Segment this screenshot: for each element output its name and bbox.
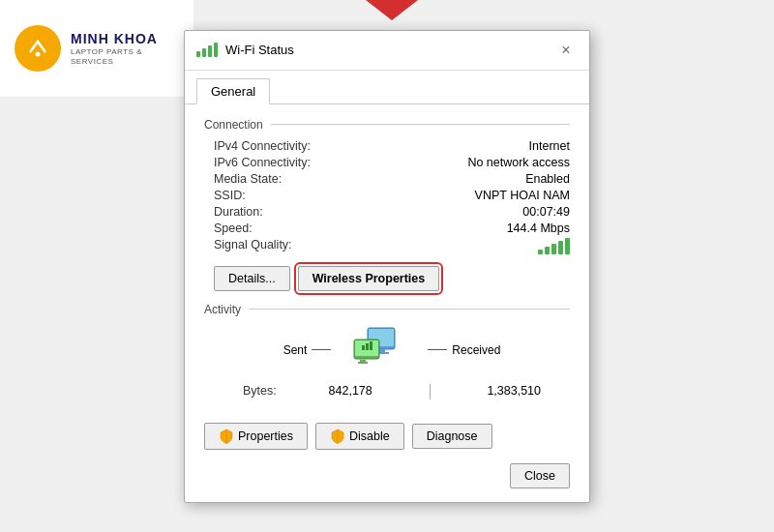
bytes-divider — [430, 384, 431, 399]
bytes-row: Bytes: 842,178 1,383,510 — [214, 384, 570, 399]
window-close-button[interactable]: × — [554, 39, 578, 62]
action-buttons: Properties Disable Diagnose — [185, 413, 589, 463]
signal-label: Signal Quality: — [214, 238, 292, 254]
signal-bar-1 — [538, 250, 543, 254]
svg-rect-13 — [360, 360, 366, 362]
svg-point-1 — [36, 52, 41, 57]
network-computers-icon — [350, 326, 408, 374]
diagnose-button[interactable]: Diagnose — [412, 424, 492, 449]
media-state-value: Enabled — [525, 172, 570, 186]
close-row: Close — [185, 463, 589, 502]
title-bar: Wi-Fi Status × — [185, 31, 589, 71]
ssid-value: VNPT HOAI NAM — [475, 189, 570, 202]
svg-marker-2 — [358, 0, 426, 20]
connection-info-table: IPv4 Connectivity: Internet IPv6 Connect… — [204, 139, 570, 254]
ssid-label: SSID: — [214, 189, 246, 202]
bytes-label: Bytes: — [243, 384, 277, 399]
signal-row: Signal Quality: — [214, 238, 570, 254]
bytes-received: 1,383,510 — [487, 384, 541, 399]
connection-buttons: Details... Wireless Properties — [204, 266, 570, 291]
company-logo: MINH KHOA LAPTOP PARTS & SERVICES — [0, 0, 194, 97]
close-button[interactable]: Close — [510, 463, 570, 488]
activity-section-label: Activity — [204, 303, 570, 316]
speed-value: 144.4 Mbps — [507, 222, 570, 235]
arrow-indicator — [358, 0, 426, 23]
speed-row: Speed: 144.4 Mbps — [214, 222, 570, 235]
bytes-sent: 842,178 — [329, 384, 372, 399]
dialog-title: Wi-Fi Status — [225, 43, 554, 57]
sent-dash — [312, 349, 331, 350]
disable-shield-icon — [330, 429, 345, 444]
details-button[interactable]: Details... — [214, 266, 290, 291]
signal-value — [538, 238, 570, 254]
activity-area: Sent — [204, 326, 570, 399]
media-state-row: Media State: Enabled — [214, 172, 570, 186]
properties-button[interactable]: Properties — [204, 423, 308, 450]
logo-icon — [15, 25, 61, 72]
activity-network-row: Sent — [214, 326, 570, 374]
disable-button[interactable]: Disable — [315, 423, 404, 450]
duration-row: Duration: 00:07:49 — [214, 205, 570, 219]
dialog-wrapper: Wi-Fi Status × General Connection IPv4 C… — [184, 30, 590, 503]
media-state-label: Media State: — [214, 172, 282, 186]
tab-general[interactable]: General — [196, 78, 270, 104]
tab-bar: General — [185, 71, 589, 104]
svg-rect-12 — [370, 341, 372, 350]
signal-bar-2 — [545, 247, 550, 254]
received-label: Received — [428, 343, 500, 357]
ipv4-value: Internet — [529, 139, 570, 153]
signal-bar-3 — [551, 244, 556, 254]
svg-rect-10 — [362, 345, 365, 350]
svg-rect-11 — [366, 343, 369, 350]
connection-section-label: Connection — [204, 118, 570, 132]
speed-label: Speed: — [214, 222, 253, 235]
sent-label: Sent — [283, 343, 332, 357]
svg-marker-3 — [358, 0, 426, 13]
ipv4-row: IPv4 Connectivity: Internet — [214, 139, 570, 153]
duration-label: Duration: — [214, 205, 263, 219]
signal-bar-5 — [565, 238, 570, 254]
logo-text: MINH KHOA LAPTOP PARTS & SERVICES — [71, 30, 179, 68]
ipv6-value: No network access — [467, 156, 570, 169]
ipv6-row: IPv6 Connectivity: No network access — [214, 156, 570, 169]
signal-bar-4 — [558, 241, 563, 254]
signal-bars — [538, 238, 570, 254]
wifi-status-icon — [196, 43, 218, 57]
svg-rect-14 — [358, 362, 368, 364]
wifi-status-dialog: Wi-Fi Status × General Connection IPv4 C… — [184, 30, 590, 503]
ssid-row: SSID: VNPT HOAI NAM — [214, 189, 570, 202]
wireless-properties-button[interactable]: Wireless Properties — [298, 266, 440, 291]
svg-point-0 — [24, 35, 51, 62]
properties-shield-icon — [219, 429, 234, 444]
ipv6-label: IPv6 Connectivity: — [214, 156, 311, 169]
received-dash — [428, 349, 447, 350]
dialog-content: Connection IPv4 Connectivity: Internet I… — [185, 104, 589, 413]
duration-value: 00:07:49 — [522, 205, 570, 219]
ipv4-label: IPv4 Connectivity: — [214, 139, 311, 153]
